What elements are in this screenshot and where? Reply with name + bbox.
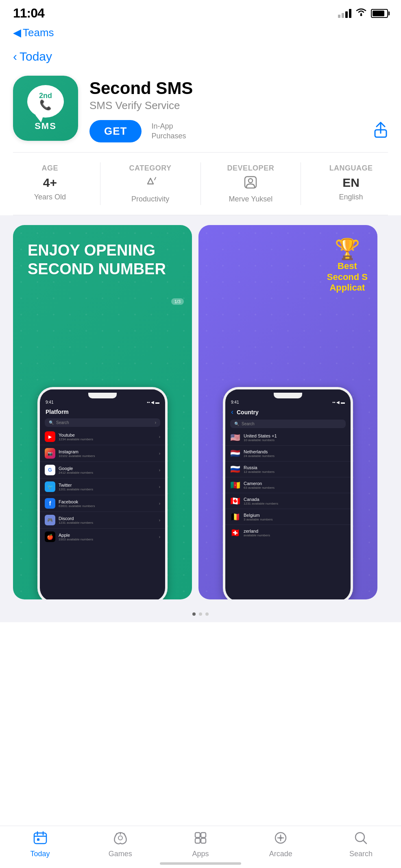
- app-header: 2nd 📞 SMS Second SMS SMS Verify Service …: [0, 72, 401, 152]
- screenshot-2: 🏆 BestSecond SApplicat 9:41 ▪▪ ◀ ▬: [198, 225, 377, 599]
- svg-rect-13: [195, 838, 200, 843]
- today-back-label: Today: [20, 50, 52, 63]
- back-chevron-icon: ◀: [13, 26, 21, 39]
- wifi-icon: [355, 8, 367, 19]
- share-button[interactable]: [373, 122, 388, 141]
- tab-today-label: Today: [31, 850, 50, 858]
- svg-point-9: [118, 836, 122, 840]
- tab-arcade-label: Arcade: [269, 850, 292, 858]
- today-tab-icon: [33, 831, 47, 848]
- svg-rect-8: [37, 838, 39, 841]
- award-text: BestSecond SApplicat: [327, 261, 368, 293]
- app-name: Second SMS: [89, 79, 388, 98]
- meta-language-value: EN: [342, 176, 360, 190]
- svg-point-0: [360, 14, 362, 16]
- search-tab-icon: [354, 831, 368, 848]
- apps-tab-icon: [194, 831, 207, 848]
- meta-category-label: CATEGORY: [129, 164, 172, 173]
- tab-search[interactable]: Search: [321, 831, 401, 858]
- arcade-tab-icon: [274, 831, 288, 848]
- today-chevron-icon: ‹: [13, 50, 17, 63]
- svg-rect-12: [201, 833, 206, 837]
- dot-2: [199, 612, 202, 616]
- pagination: [0, 606, 401, 622]
- meta-language-sub: English: [339, 193, 363, 201]
- tab-games[interactable]: Games: [80, 831, 160, 858]
- in-app-purchases-label: In-AppPurchases: [151, 122, 186, 141]
- status-time: 11:04: [13, 6, 44, 21]
- app-icon-phone: 📞: [39, 99, 52, 111]
- tab-today[interactable]: Today: [0, 831, 80, 858]
- page-indicator: 1/3: [171, 298, 184, 305]
- battery-icon: [371, 9, 388, 18]
- status-bar: 11:04: [0, 0, 401, 24]
- status-icons: [338, 8, 388, 19]
- screenshot-1: ENJOY OPENINGSECOND NUMBER 1/3 9:41 ▪▪ ◀…: [13, 225, 192, 599]
- meta-age-value: 4+: [43, 176, 57, 190]
- tab-games-label: Games: [109, 850, 132, 858]
- games-tab-icon: [113, 831, 127, 848]
- screenshots-scroll[interactable]: ENJOY OPENINGSECOND NUMBER 1/3 9:41 ▪▪ ◀…: [0, 219, 401, 606]
- app-subtitle: SMS Verify Service: [89, 99, 388, 112]
- meta-category[interactable]: CATEGORY Productivity: [100, 162, 201, 205]
- meta-language-label: LANGUAGE: [329, 164, 373, 173]
- tab-apps-label: Apps: [192, 850, 209, 858]
- svg-rect-11: [195, 833, 200, 837]
- svg-rect-4: [34, 833, 46, 844]
- home-indicator: [160, 862, 241, 865]
- signal-icon: [338, 9, 351, 18]
- screenshots-section: ENJOY OPENINGSECOND NUMBER 1/3 9:41 ▪▪ ◀…: [0, 215, 401, 622]
- back-teams-button[interactable]: ◀ Teams: [13, 26, 388, 39]
- meta-category-value: Productivity: [131, 195, 169, 203]
- svg-line-20: [363, 840, 366, 844]
- app-icon: 2nd 📞 SMS: [13, 76, 78, 141]
- svg-rect-14: [201, 838, 206, 843]
- meta-language[interactable]: LANGUAGE EN English: [301, 162, 401, 205]
- today-nav: ‹ Today: [0, 43, 401, 72]
- meta-age-sub: Years Old: [34, 193, 66, 201]
- svg-point-3: [248, 179, 253, 183]
- meta-age[interactable]: AGE 4+ Years Old: [0, 162, 100, 205]
- dot-1: [192, 612, 196, 616]
- app-info: Second SMS SMS Verify Service GET In-App…: [89, 76, 388, 142]
- svg-point-18: [279, 837, 282, 839]
- tab-arcade[interactable]: Arcade: [241, 831, 321, 858]
- back-nav: ◀ Teams: [0, 24, 401, 43]
- metadata-row: AGE 4+ Years Old CATEGORY Productivity D…: [0, 153, 401, 215]
- app-actions: GET In-AppPurchases: [89, 120, 388, 142]
- tab-bar: Today Games Apps: [0, 826, 401, 868]
- meta-developer-value: Merve Yuksel: [229, 195, 273, 203]
- dot-3: [205, 612, 209, 616]
- back-teams-label: Teams: [23, 26, 54, 39]
- screenshot-1-title: ENJOY OPENINGSECOND NUMBER: [13, 225, 192, 286]
- get-button[interactable]: GET: [89, 120, 142, 142]
- meta-developer[interactable]: DEVELOPER Merve Yuksel: [201, 162, 301, 205]
- category-productivity-icon: [144, 176, 157, 192]
- today-back-button[interactable]: ‹ Today: [13, 50, 388, 63]
- developer-person-icon: [244, 176, 257, 192]
- meta-age-label: AGE: [42, 164, 59, 173]
- meta-developer-label: DEVELOPER: [227, 164, 275, 173]
- tab-apps[interactable]: Apps: [160, 831, 240, 858]
- tab-search-label: Search: [349, 850, 373, 858]
- app-icon-2nd: 2nd: [39, 92, 52, 99]
